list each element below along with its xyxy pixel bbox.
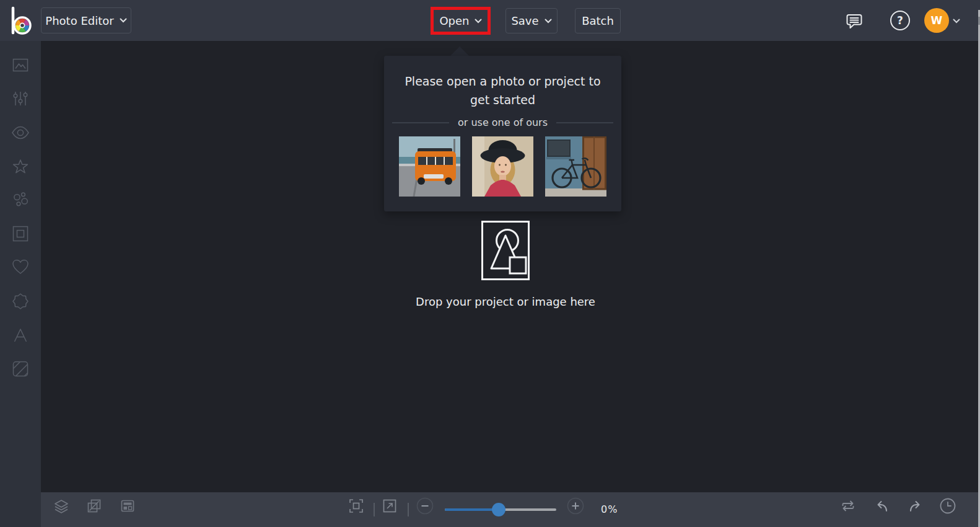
help-button[interactable]: ? bbox=[890, 11, 910, 30]
zoom-in-icon bbox=[567, 497, 584, 515]
save-button-label: Save bbox=[511, 14, 538, 27]
sidebar-tool-textures[interactable] bbox=[9, 358, 32, 380]
zoom-value-label: 0% bbox=[601, 503, 618, 515]
sidebar-tool-graphics[interactable] bbox=[9, 290, 32, 312]
zoom-out-icon bbox=[416, 497, 434, 515]
redo-button[interactable] bbox=[906, 497, 924, 515]
popover-title: Please open a photo or project to get st… bbox=[396, 72, 610, 109]
dropzone-icon bbox=[481, 221, 530, 280]
panel-layout-button[interactable] bbox=[119, 497, 136, 515]
compare-icon bbox=[839, 497, 857, 515]
zoom-in-button[interactable] bbox=[567, 497, 584, 515]
heart-icon bbox=[9, 256, 32, 278]
bicycle-photo bbox=[545, 136, 606, 197]
chevron-down-icon bbox=[120, 18, 127, 23]
undo-icon bbox=[873, 497, 891, 515]
zoom-slider-fill bbox=[445, 508, 499, 511]
open-button-label: Open bbox=[439, 14, 469, 27]
befunky-logo[interactable] bbox=[7, 5, 35, 37]
undo-button[interactable] bbox=[873, 497, 891, 515]
open-button[interactable]: Open bbox=[439, 14, 481, 27]
texture-icon bbox=[9, 358, 32, 380]
panel-icon bbox=[119, 497, 136, 515]
divider-line bbox=[556, 122, 613, 123]
sidebar-tool-adjust[interactable] bbox=[9, 87, 32, 110]
popover-subtitle: or use one of ours bbox=[458, 117, 548, 128]
sidebar-tool-text[interactable] bbox=[9, 324, 32, 347]
account-avatar[interactable]: W bbox=[924, 8, 949, 33]
canvas-resize-button[interactable] bbox=[85, 497, 103, 515]
sample-thumbnail-van[interactable] bbox=[399, 136, 460, 197]
history-button[interactable] bbox=[939, 497, 956, 515]
layers-icon bbox=[53, 497, 70, 515]
comment-bubble-icon bbox=[843, 10, 865, 32]
zoom-slider[interactable] bbox=[445, 503, 556, 516]
eye-icon bbox=[9, 122, 32, 144]
mode-selector-button[interactable]: Photo Editor bbox=[41, 7, 131, 33]
popover-caret bbox=[450, 46, 469, 56]
batch-button-label: Batch bbox=[582, 14, 614, 27]
batch-button[interactable]: Batch bbox=[575, 8, 621, 33]
text-icon bbox=[9, 324, 32, 347]
sample-images-row bbox=[384, 136, 621, 197]
editor-canvas: Please open a photo or project to get st… bbox=[41, 41, 980, 492]
actual-size-icon bbox=[381, 497, 398, 515]
sidebar-tool-touchup[interactable] bbox=[9, 122, 32, 144]
zoom-slider-handle[interactable] bbox=[492, 503, 505, 516]
resize-icon bbox=[85, 497, 103, 515]
bubbles-icon bbox=[9, 189, 32, 211]
image-placeholder-icon bbox=[481, 221, 530, 280]
redo-icon bbox=[906, 497, 924, 515]
get-started-popover: Please open a photo or project to get st… bbox=[384, 56, 621, 211]
popover-divider: or use one of ours bbox=[384, 117, 621, 128]
woman-in-hat-photo bbox=[472, 136, 533, 197]
mode-selector-label: Photo Editor bbox=[45, 14, 113, 27]
layers-button[interactable] bbox=[53, 497, 70, 515]
sidebar-tool-frames[interactable] bbox=[9, 223, 32, 245]
sample-thumbnail-portrait[interactable] bbox=[472, 136, 533, 197]
bottom-toolbar: 0% bbox=[41, 492, 980, 527]
top-toolbar: Photo Editor Open Save Batch ? W bbox=[0, 0, 980, 41]
open-button-annotation: Open bbox=[431, 7, 491, 35]
dropzone-label: Drop your project or image here bbox=[413, 295, 598, 308]
frame-icon bbox=[9, 223, 32, 245]
orange-van-photo bbox=[399, 136, 460, 197]
sidebar-tool-edit[interactable] bbox=[9, 54, 32, 76]
fit-to-screen-button[interactable] bbox=[348, 497, 365, 515]
history-clock-icon bbox=[939, 497, 956, 515]
sidebar-tool-effects[interactable] bbox=[9, 156, 32, 178]
actual-size-button[interactable] bbox=[381, 497, 398, 515]
chevron-down-icon bbox=[475, 19, 482, 24]
sliders-icon bbox=[9, 87, 32, 110]
toolbar-divider bbox=[408, 503, 409, 516]
fit-screen-icon bbox=[348, 497, 365, 515]
compare-button[interactable] bbox=[839, 497, 857, 515]
divider-line bbox=[392, 122, 449, 123]
feedback-button[interactable] bbox=[842, 9, 866, 33]
toolbar-divider bbox=[374, 503, 375, 516]
chevron-down-icon bbox=[953, 19, 960, 24]
zoom-out-button[interactable] bbox=[416, 497, 434, 515]
photo-icon bbox=[9, 54, 32, 76]
badge-icon bbox=[9, 290, 32, 312]
save-button[interactable]: Save bbox=[505, 8, 558, 33]
tools-sidebar bbox=[0, 41, 41, 527]
sidebar-tool-overlays[interactable] bbox=[9, 256, 32, 278]
sidebar-tool-artsy[interactable] bbox=[9, 189, 32, 211]
befunky-logo-icon bbox=[7, 5, 35, 37]
chevron-down-icon bbox=[545, 19, 552, 24]
account-menu-button[interactable] bbox=[953, 19, 960, 24]
question-mark-icon: ? bbox=[897, 14, 903, 27]
sample-thumbnail-bicycle[interactable] bbox=[545, 136, 606, 197]
avatar-initial: W bbox=[931, 14, 943, 27]
star-icon bbox=[9, 156, 32, 178]
